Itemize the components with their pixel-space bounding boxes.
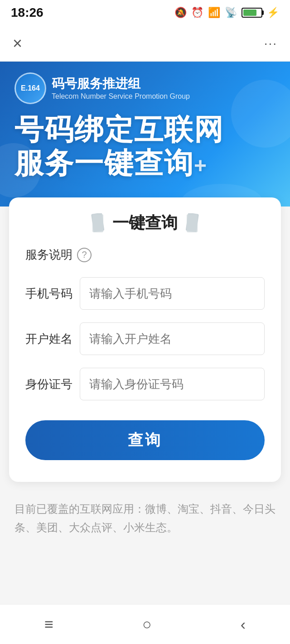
card-title-area: 一键查询 (25, 212, 265, 234)
menu-icon: ≡ (44, 615, 53, 633)
status-bar: 18:26 🔕 ⏰ 📶 📡 ⚡ (0, 0, 290, 25)
charging-icon: ⚡ (267, 7, 279, 19)
help-icon-text: ? (82, 250, 87, 260)
service-note: 服务说明 ? (25, 247, 265, 263)
phone-input[interactable] (80, 277, 265, 310)
banner-org-text: 码号服务推进组 Telecom Number Service Promotion… (52, 76, 190, 101)
org-name: 码号服务推进组 (52, 76, 190, 91)
status-icons: 🔕 ⏰ 📶 📡 ⚡ (174, 7, 279, 19)
main-card: 一键查询 服务说明 ? 手机号码 开户姓名 身份证号 查询 (9, 197, 281, 482)
query-button[interactable]: 查询 (25, 420, 265, 460)
phone-form-group: 手机号码 (25, 277, 265, 310)
home-icon: ○ (142, 615, 152, 633)
close-button[interactable]: × (13, 35, 22, 52)
help-icon[interactable]: ? (77, 248, 92, 262)
logo-text: E.164 (21, 84, 40, 92)
back-icon: ‹ (241, 615, 246, 633)
card-title: 一键查询 (112, 212, 178, 234)
name-input[interactable] (80, 322, 265, 355)
nav-home-button[interactable]: ○ (142, 615, 152, 633)
status-time: 18:26 (11, 5, 44, 20)
name-label: 开户姓名 (25, 331, 80, 347)
alarm-icon: ⏰ (191, 7, 203, 19)
banner-plus: + (194, 154, 208, 178)
bottom-nav: ≡ ○ ‹ (0, 604, 290, 644)
signal-icon: 📶 (208, 7, 220, 19)
more-button[interactable]: ··· (264, 36, 277, 51)
org-sub: Telecom Number Service Promotion Group (52, 92, 190, 101)
banner-title-line2: 服务一键查询+ (14, 147, 276, 180)
id-input[interactable] (80, 368, 265, 400)
mute-icon: 🔕 (174, 7, 187, 19)
svg-rect-1 (92, 214, 103, 232)
svg-rect-3 (187, 214, 198, 232)
card-icon-right (185, 213, 199, 233)
service-note-label: 服务说明 (25, 247, 72, 263)
banner-title-text2: 服务一键查询 (14, 147, 194, 179)
nav-back-button[interactable]: ‹ (241, 615, 246, 633)
phone-label: 手机号码 (25, 286, 80, 302)
banner: E.164 码号服务推进组 Telecom Number Service Pro… (0, 62, 290, 207)
id-form-group: 身份证号 (25, 368, 265, 400)
banner-logo: E.164 (14, 72, 46, 104)
name-form-group: 开户姓名 (25, 322, 265, 355)
wifi-icon: 📡 (225, 7, 237, 19)
nav-bar: × ··· (0, 25, 290, 62)
nav-menu-button[interactable]: ≡ (44, 615, 53, 633)
id-label: 身份证号 (25, 376, 80, 392)
battery-icon (242, 8, 262, 18)
card-icon-left (91, 213, 105, 233)
coverage-text: 目前已覆盖的互联网应用：微博、淘宝、抖音、今日头条、美团、大众点评、小米生态。 (14, 500, 276, 537)
